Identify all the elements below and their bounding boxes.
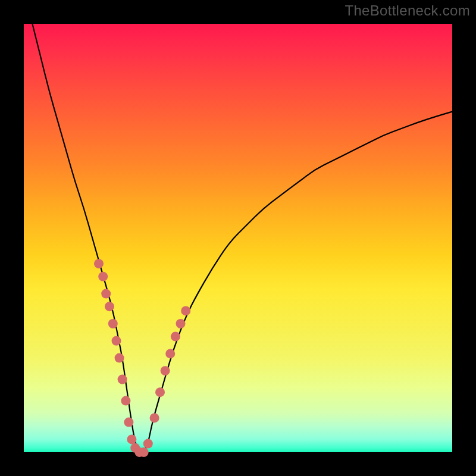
highlight-dot: [176, 319, 186, 328]
highlight-dot: [94, 259, 104, 268]
highlight-dot: [121, 396, 130, 406]
highlight-dot: [139, 447, 149, 457]
highlight-dot: [171, 332, 180, 342]
highlight-dot: [105, 302, 114, 311]
highlight-dot: [118, 375, 127, 384]
highlight-dot: [161, 366, 170, 375]
highlight-dot: [127, 434, 136, 444]
highlight-dot: [165, 349, 175, 358]
attribution-text: TheBottleneck.com: [345, 2, 470, 19]
highlight-dot: [181, 306, 190, 315]
highlight-dot: [101, 289, 111, 299]
highlight-dot: [98, 272, 108, 281]
highlight-dot: [155, 387, 165, 397]
highlight-dot: [108, 319, 118, 328]
highlight-dots-group: [94, 259, 190, 457]
outer-frame: TheBottleneck.com: [0, 0, 476, 476]
highlight-dot: [143, 439, 153, 449]
plot-area: [24, 24, 452, 452]
highlight-dot: [150, 413, 159, 422]
highlight-dot: [112, 336, 121, 346]
highlight-dot: [115, 353, 124, 363]
curve-svg: [24, 24, 452, 452]
highlight-dot: [124, 418, 133, 427]
bottleneck-curve: [32, 24, 452, 452]
